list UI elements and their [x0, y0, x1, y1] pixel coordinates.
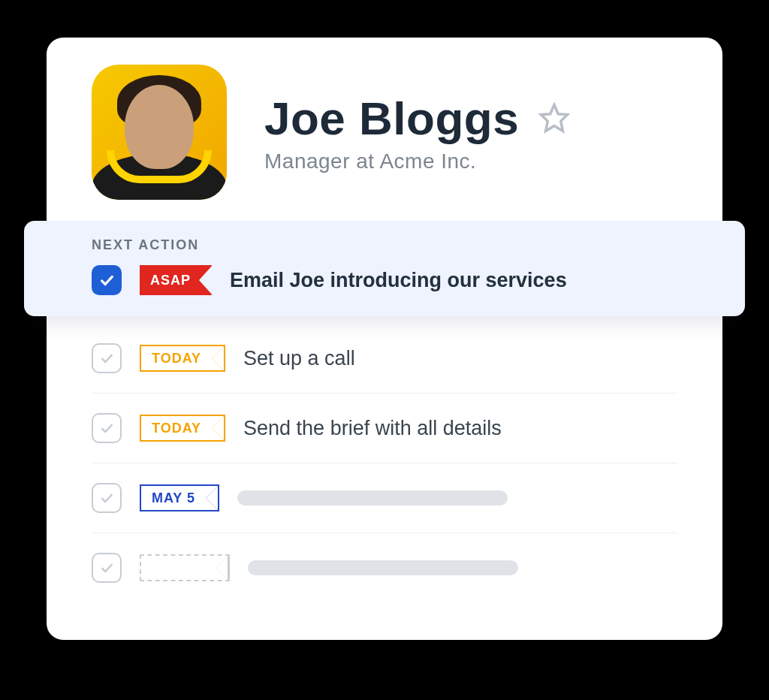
task-text: Send the brief with all details — [243, 417, 502, 440]
priority-flag-today[interactable]: TODAY — [140, 345, 225, 372]
task-list: TODAY Set up a call TODAY Send the brief… — [47, 324, 722, 602]
svg-marker-0 — [541, 105, 568, 131]
avatar[interactable] — [92, 65, 227, 200]
priority-flag-empty[interactable] — [140, 554, 230, 581]
contact-header: Joe Bloggs Manager at Acme Inc. — [47, 65, 722, 221]
contact-title: Manager at Acme Inc. — [264, 149, 570, 173]
contact-card: Joe Bloggs Manager at Acme Inc. NEXT ACT… — [47, 38, 722, 640]
favorite-star-icon[interactable] — [538, 102, 570, 134]
flag-text: TODAY — [152, 421, 201, 436]
priority-flag-asap[interactable]: ASAP — [140, 265, 212, 295]
task-row: TODAY Send the brief with all details — [92, 394, 677, 463]
priority-flag-date[interactable]: MAY 5 — [140, 484, 219, 511]
contact-name: Joe Bloggs — [264, 92, 519, 145]
next-action-checkbox[interactable] — [92, 265, 122, 295]
task-row — [92, 533, 677, 602]
task-checkbox[interactable] — [92, 483, 122, 513]
next-action-panel: NEXT ACTION ASAP Email Joe introducing o… — [24, 221, 745, 316]
priority-flag-today[interactable]: TODAY — [140, 415, 225, 442]
next-action-label: NEXT ACTION — [92, 237, 677, 253]
next-action-text: Email Joe introducing our services — [230, 269, 567, 292]
task-checkbox[interactable] — [92, 413, 122, 443]
task-checkbox[interactable] — [92, 343, 122, 373]
flag-text: TODAY — [152, 351, 201, 367]
flag-text: MAY 5 — [152, 490, 195, 506]
task-text-placeholder — [237, 490, 508, 505]
task-row: MAY 5 — [92, 463, 677, 533]
task-checkbox[interactable] — [92, 553, 122, 583]
task-text: Set up a call — [243, 347, 355, 370]
task-text-placeholder — [248, 560, 518, 575]
flag-text: ASAP — [150, 273, 191, 288]
task-row: TODAY Set up a call — [92, 324, 677, 394]
